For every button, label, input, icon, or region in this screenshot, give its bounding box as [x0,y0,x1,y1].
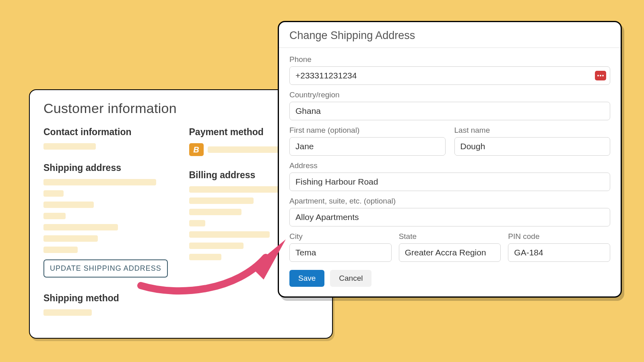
shipping-method-heading: Shipping method [43,293,173,304]
city-label: City [289,232,392,241]
last-name-label: Last name [454,126,611,135]
placeholder-line [189,254,221,260]
apartment-input[interactable] [289,208,610,226]
payment-badge-icon: B [189,143,204,156]
shipping-address-heading: Shipping address [43,162,173,173]
placeholder-line [43,190,64,197]
placeholder-line [43,235,98,242]
pin-input[interactable] [508,243,610,262]
placeholder-line [43,143,96,150]
phone-label: Phone [289,55,610,64]
placeholder-line [43,247,78,253]
first-name-label: First name (optional) [289,126,446,135]
address-input[interactable] [289,173,610,191]
cancel-button[interactable]: Cancel [330,270,372,287]
update-shipping-address-button[interactable]: UPDATE SHIPPING ADDRESS [43,259,168,278]
country-label: Country/region [289,90,610,99]
placeholder-line [43,309,92,316]
state-input[interactable] [399,243,501,262]
change-shipping-address-modal: Change Shipping Address Phone Country/re… [278,21,622,298]
placeholder-line [189,243,244,249]
last-name-input[interactable] [454,137,611,156]
card-title: Customer information [43,101,318,116]
phone-input[interactable] [289,66,610,85]
placeholder-line [43,213,66,219]
modal-title: Change Shipping Address [289,29,610,42]
placeholder-line [189,220,205,226]
pin-label: PIN code [508,232,610,241]
placeholder-line [189,231,270,238]
country-input[interactable] [289,102,610,120]
placeholder-line [43,179,156,185]
phone-more-icon[interactable] [595,71,606,80]
placeholder-line [208,146,288,153]
apartment-label: Apartment, suite, etc. (optional) [289,197,610,206]
placeholder-line [189,197,254,204]
save-button[interactable]: Save [289,270,324,287]
first-name-input[interactable] [289,137,446,156]
placeholder-line [43,202,94,208]
placeholder-line [43,224,118,230]
address-label: Address [289,161,610,170]
placeholder-line [189,209,242,215]
contact-info-heading: Contact information [43,127,173,138]
city-input[interactable] [289,243,392,262]
state-label: State [399,232,501,241]
